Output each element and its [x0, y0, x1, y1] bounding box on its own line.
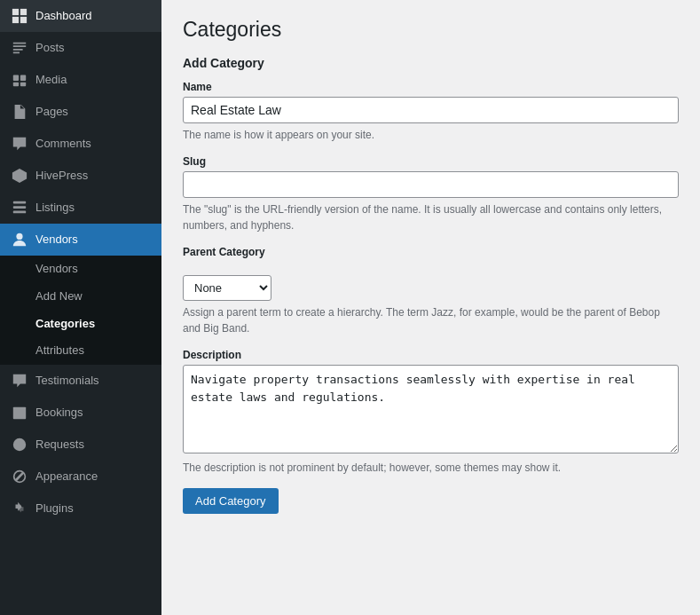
sidebar-item-bookings-label: Bookings [35, 405, 83, 421]
sidebar-item-posts[interactable]: Posts [0, 32, 161, 64]
sidebar-item-media-label: Media [35, 72, 67, 88]
sidebar-item-comments-label: Comments [35, 136, 91, 152]
svg-rect-7 [20, 83, 26, 87]
parent-select[interactable]: None [183, 275, 271, 301]
posts-icon [11, 39, 28, 57]
sidebar-item-listings-label: Listings [35, 200, 75, 216]
sidebar-item-testimonials[interactable]: Testimonials [0, 365, 161, 397]
description-label: Description [183, 349, 679, 361]
submenu-item-add-new[interactable]: Add New [0, 283, 161, 311]
sidebar-item-vendors-label: Vendors [35, 232, 78, 248]
sidebar-item-comments[interactable]: Comments [0, 128, 161, 160]
page-title: Categories [183, 18, 679, 42]
slug-input[interactable] [183, 171, 679, 198]
svg-marker-8 [12, 169, 27, 183]
section-title: Add Category [183, 56, 679, 70]
sidebar-item-requests[interactable]: Requests [0, 429, 161, 461]
svg-rect-3 [20, 17, 27, 23]
comments-icon [11, 135, 28, 153]
sidebar: Dashboard Posts Media Pages Comments Hiv… [0, 0, 161, 615]
svg-rect-9 [13, 201, 26, 204]
name-label: Name [183, 81, 679, 93]
sidebar-item-appearance[interactable]: Appearance [0, 461, 161, 493]
media-icon [11, 71, 28, 89]
name-help: The name is how it appears on your site. [183, 127, 679, 143]
sidebar-item-vendors[interactable]: Vendors [0, 224, 161, 256]
appearance-icon [11, 468, 28, 485]
svg-rect-6 [13, 83, 19, 87]
sidebar-item-dashboard[interactable]: Dashboard [0, 0, 161, 32]
vendors-icon [11, 231, 28, 248]
parent-group: Parent Category None Assign a parent ter… [183, 246, 679, 336]
submenu-item-vendors[interactable]: Vendors [0, 256, 161, 283]
sidebar-item-plugins-label: Plugins [35, 501, 74, 516]
sidebar-item-media[interactable]: Media [0, 64, 161, 96]
slug-label: Slug [183, 155, 679, 168]
sidebar-item-appearance-label: Appearance [35, 469, 98, 485]
requests-icon [11, 436, 28, 453]
description-textarea[interactable]: Navigate property transactions seamlessl… [183, 365, 679, 453]
sidebar-item-hivepress[interactable]: HivePress [0, 160, 161, 192]
svg-rect-5 [20, 75, 26, 81]
main-content: Categories Add Category Name The name is… [161, 0, 700, 615]
sidebar-item-hivepress-label: HivePress [35, 168, 88, 184]
sidebar-item-testimonials-label: Testimonials [35, 373, 99, 389]
svg-rect-13 [13, 407, 26, 420]
name-group: Name The name is how it appears on your … [183, 81, 679, 143]
sidebar-item-pages[interactable]: Pages [0, 96, 161, 128]
svg-rect-10 [13, 206, 26, 209]
sidebar-item-listings[interactable]: Listings [0, 192, 161, 224]
vendors-submenu: Vendors Add New Categories Attributes [0, 256, 161, 365]
listings-icon [11, 199, 28, 217]
bookings-icon [11, 404, 28, 422]
slug-help: The "slug" is the URL-friendly version o… [183, 201, 679, 233]
slug-group: Slug The "slug" is the URL-friendly vers… [183, 155, 679, 233]
svg-rect-1 [20, 9, 27, 15]
svg-rect-0 [12, 9, 19, 15]
sidebar-item-posts-label: Posts [35, 40, 65, 56]
sidebar-item-bookings[interactable]: Bookings [0, 397, 161, 429]
sidebar-item-plugins[interactable]: Plugins [0, 493, 161, 524]
submenu-item-categories[interactable]: Categories [0, 311, 161, 338]
svg-point-12 [16, 233, 22, 240]
svg-rect-4 [13, 75, 19, 81]
submenu-item-attributes[interactable]: Attributes [0, 337, 161, 365]
sidebar-item-pages-label: Pages [35, 104, 68, 120]
hivepress-icon [11, 167, 28, 185]
sidebar-item-requests-label: Requests [35, 437, 84, 453]
parent-help: Assign a parent term to create a hierarc… [183, 304, 679, 336]
parent-label: Parent Category [183, 246, 679, 258]
testimonials-icon [11, 372, 28, 390]
sidebar-item-dashboard-label: Dashboard [35, 8, 92, 24]
dashboard-icon [11, 7, 28, 25]
add-category-button[interactable]: Add Category [183, 488, 279, 514]
description-group: Description Navigate property transactio… [183, 349, 679, 476]
pages-icon [11, 103, 28, 121]
name-input[interactable] [183, 97, 679, 123]
svg-rect-11 [13, 211, 26, 214]
svg-rect-2 [12, 17, 19, 23]
plugins-icon [11, 500, 28, 517]
description-help: The description is not prominent by defa… [183, 460, 679, 476]
